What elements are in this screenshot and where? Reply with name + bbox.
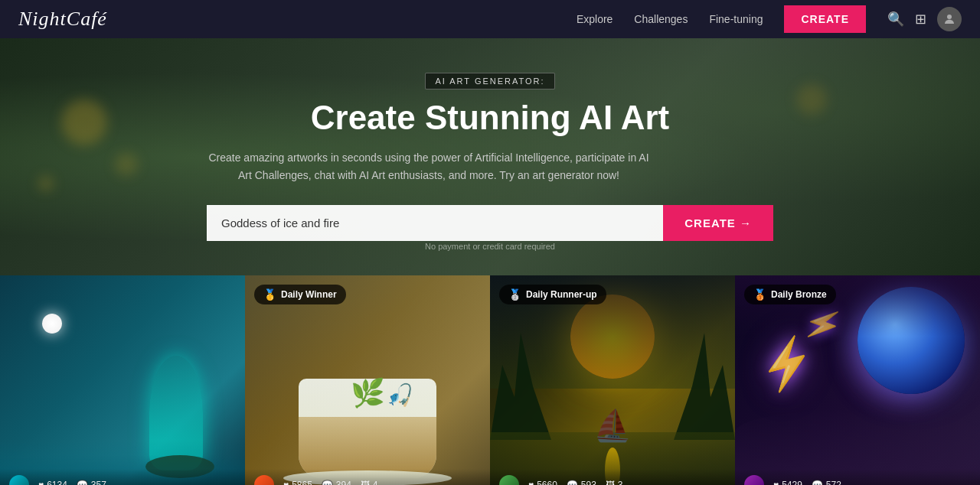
gallery-item-2[interactable]: 🎣 🌿 🥇 Daily Winner ♥ 5865 💬 394 🖼 4 [245,275,490,485]
prompt-input[interactable] [207,205,663,241]
gallery-item-1[interactable]: ♥ 6134 💬 357 [0,275,245,485]
trophy-icon: 🥇 [263,288,276,301]
bokeh-2 [115,153,138,176]
badge-daily-winner: 🥇 Daily Winner [254,285,346,304]
comment-icon-1: 💬 [77,480,88,485]
nav-explore[interactable]: Explore [577,13,612,25]
user-avatar[interactable] [937,7,962,31]
nav-challenges[interactable]: Challenges [634,13,688,25]
bokeh-3 [38,176,54,191]
bokeh-1 [61,99,107,145]
navbar: NightCafé Explore Challenges Fine-tuning… [0,0,980,38]
likes-stat-2: ♥ 5865 [283,480,312,485]
sailboat: ⛵ [593,408,632,444]
comments-stat-1: 💬 357 [77,480,106,485]
hero-form: CREATE → [207,205,773,241]
hero-content: AI ART GENERATOR: Create Stunning AI Art… [207,73,773,241]
stat-avatar-1 [9,475,29,485]
likes-stat-4: ♥ 5429 [773,480,802,485]
stat-avatar-4 [744,475,764,485]
grid-icon[interactable]: ⊞ [915,11,926,28]
heart-icon-1: ♥ [38,480,44,485]
comments-stat-3: 💬 593 [567,480,596,485]
hero-create-button[interactable]: CREATE → [663,205,773,241]
bronze-medal-icon: 🥉 [753,288,766,301]
gallery-stats-4: ♥ 5429 💬 572 [735,469,980,485]
comment-icon-2: 💬 [322,480,333,485]
svg-point-0 [947,15,952,19]
images-stat-2: 🖼 4 [361,480,378,485]
image-icon-3: 🖼 [606,480,615,485]
hero-title: Create Stunning AI Art [207,99,773,137]
window-bg [245,275,490,485]
hero-subtitle: Create amazing artworks in seconds using… [207,149,651,184]
gallery-item-3[interactable]: ⛵ 🥈 Daily Runner-up ♥ 5660 💬 593 🖼 3 [490,275,735,485]
gallery-stats-2: ♥ 5865 💬 394 🖼 4 [245,469,490,485]
gallery-stats-3: ♥ 5660 💬 593 🖼 3 [490,469,735,485]
silver-medal-icon: 🥈 [508,288,521,301]
nav-finetuning[interactable]: Fine-tuning [709,13,763,25]
likes-stat-1: ♥ 6134 [38,480,67,485]
image-icon-2: 🖼 [361,480,370,485]
nav-create-button[interactable]: CREATE [784,5,866,33]
comment-icon-3: 💬 [567,480,578,485]
likes-stat-3: ♥ 5660 [528,480,557,485]
images-stat-3: 🖼 3 [606,480,623,485]
hero-section: AI ART GENERATOR: Create Stunning AI Art… [0,38,980,275]
heart-icon-4: ♥ [773,480,779,485]
hero-badge: AI ART GENERATOR: [425,73,554,90]
badge-runner-up: 🥈 Daily Runner-up [499,285,606,304]
logo[interactable]: NightCafé [18,8,107,31]
comment-icon-4: 💬 [812,480,823,485]
nav-icon-group: 🔍 ⊞ [887,7,962,31]
nav-links: Explore Challenges Fine-tuning CREATE 🔍 … [577,5,962,33]
heart-icon-2: ♥ [283,480,289,485]
gallery-stats-1: ♥ 6134 💬 357 [0,469,245,485]
heart-icon-3: ♥ [528,480,534,485]
gallery-row-1: ♥ 6134 💬 357 🎣 🌿 🥇 Daily Winner [0,275,980,485]
stat-avatar-2 [254,475,274,485]
comments-stat-4: 💬 572 [812,480,841,485]
moon-decoration [42,314,62,334]
hero-note: No payment or credit card required [425,242,555,251]
bokeh-4 [796,84,827,115]
badge-bronze: 🥉 Daily Bronze [744,285,836,304]
stat-avatar-3 [499,475,519,485]
comments-stat-2: 💬 394 [322,480,351,485]
search-icon[interactable]: 🔍 [887,11,904,28]
gallery-item-4[interactable]: ⚡ ⚡ 🥉 Daily Bronze ♥ 5429 💬 572 [735,275,980,485]
